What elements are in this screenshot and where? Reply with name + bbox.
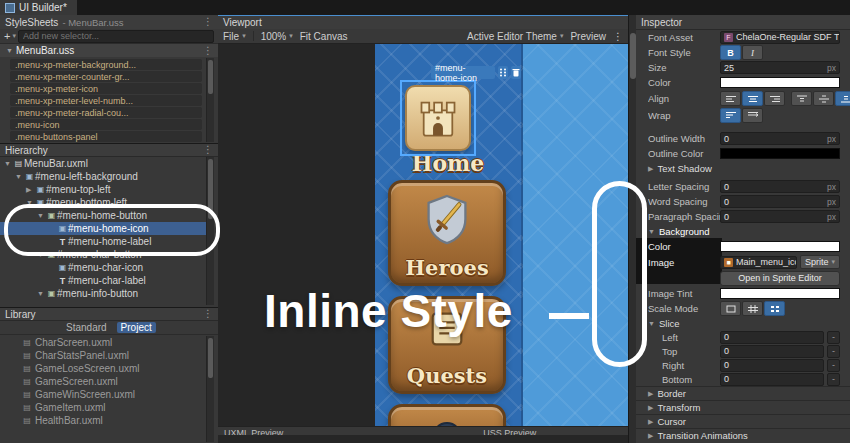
align-left-toggle[interactable] — [720, 91, 741, 106]
expander-icon[interactable]: ▼ — [37, 212, 46, 219]
hierarchy-item[interactable]: ▼▣#menu-bottom-left — [0, 196, 206, 209]
library-item[interactable]: ▤GameItem.uxml — [0, 401, 206, 414]
text-shadow-foldout[interactable]: ▶ Text Shadow — [636, 161, 850, 176]
expander-icon[interactable]: ▼ — [37, 251, 46, 258]
hierarchy-item[interactable]: ▼▣#menu-info-button — [0, 287, 206, 300]
file-menu-button[interactable]: File▾ — [223, 31, 246, 42]
stylesheets-menu-icon[interactable]: ⋮ — [203, 17, 213, 27]
hierarchy-item[interactable]: ▶▣#menu-top-left — [0, 183, 206, 196]
outline-width-field[interactable]: 0 px — [720, 132, 840, 145]
hierarchy-item[interactable]: ▣#menu-home-icon — [0, 222, 206, 235]
font-asset-field[interactable]: F ChelaOne-Regular SDF T (F ⊙ — [720, 31, 840, 44]
background-color-swatch[interactable] — [720, 241, 840, 252]
image-object-field[interactable]: ■ Main_menu_icor ⊙ — [720, 256, 797, 269]
slice-bottom-field[interactable]: 0 — [720, 373, 824, 386]
stepper-button[interactable]: - — [827, 373, 840, 386]
slice-left-field[interactable]: 0 — [720, 331, 824, 344]
preview-toggle[interactable]: Preview — [570, 31, 606, 42]
viewport-menu-icon[interactable]: ⋮ — [613, 31, 623, 42]
font-color-swatch[interactable] — [720, 77, 840, 88]
open-sprite-editor-button[interactable]: Open in Sprite Editor — [720, 271, 840, 286]
uss-file-row[interactable]: ▼ MenuBar.uss ⋮ — [0, 44, 218, 57]
uss-selector[interactable]: .menu-buttons-panel — [10, 131, 202, 142]
uss-file-menu-icon[interactable]: ⋮ — [203, 45, 213, 56]
hierarchy-item[interactable]: T#menu-char-label — [0, 274, 206, 287]
expander-icon[interactable]: ▼ — [6, 47, 13, 54]
uxml-preview-label[interactable]: UXML Preview — [224, 428, 283, 435]
expander-icon[interactable]: ▶ — [26, 186, 35, 194]
hierarchy-item[interactable]: ▣#menu-char-icon — [0, 261, 206, 274]
add-selector-input[interactable] — [18, 30, 214, 43]
selected-element-chip[interactable]: #menu-home-icon — [431, 66, 495, 79]
stepper-button[interactable]: - — [827, 331, 840, 344]
foldout-transition-animations[interactable]: ▶Transition Animations — [636, 428, 850, 442]
unit-dropdown[interactable]: px — [823, 197, 836, 207]
uss-selector[interactable]: .menu-xp-meter-level-numb... — [10, 95, 202, 106]
stepper-button[interactable]: - — [827, 359, 840, 372]
editor-theme-dropdown[interactable]: Active Editor Theme▾ — [467, 31, 563, 42]
foldout-transform[interactable]: ▶Transform — [636, 400, 850, 414]
stylesheets-scrollbar[interactable] — [206, 58, 214, 142]
slice-top-field[interactable]: 0 — [720, 345, 824, 358]
expander-icon[interactable]: ▼ — [4, 160, 13, 167]
hierarchy-item[interactable]: ▼▣#menu-home-button — [0, 209, 206, 222]
library-item[interactable]: ▤GameLoseScreen.uxml — [0, 362, 206, 375]
uss-selector[interactable]: .menu-xp-meter-radial-cou... — [10, 107, 202, 118]
word-spacing-field[interactable]: 0 px — [720, 195, 840, 208]
slice-foldout[interactable]: ▼ Slice — [636, 316, 850, 330]
align-right-toggle[interactable] — [764, 91, 785, 106]
stepper-button[interactable]: - — [827, 345, 840, 358]
font-size-field[interactable]: 25 px — [720, 61, 840, 74]
hierarchy-item[interactable]: ▼▣#menu-left-background — [0, 170, 206, 183]
unit-dropdown[interactable]: px — [823, 63, 836, 73]
uss-selector[interactable]: .menu-icon — [10, 119, 202, 130]
library-item[interactable]: ▤CharScreen.uxml — [0, 336, 206, 349]
tab-standard[interactable]: Standard — [62, 322, 111, 333]
library-item[interactable]: ▤CharStatsPanel.uxml — [0, 349, 206, 362]
expander-icon[interactable]: ▶ — [648, 418, 653, 426]
letter-spacing-field[interactable]: 0 px — [720, 180, 840, 193]
library-scrollbar[interactable] — [206, 336, 214, 442]
unit-dropdown[interactable]: px — [823, 182, 836, 192]
uss-selector[interactable]: .menu-xp-meter-counter-gr... — [10, 71, 202, 82]
outline-color-swatch[interactable] — [720, 148, 840, 159]
foldout-cursor[interactable]: ▶Cursor — [636, 414, 850, 428]
uss-selector[interactable]: .menu-xp-meter-icon — [10, 83, 202, 94]
bold-toggle[interactable]: B — [720, 45, 741, 60]
background-foldout[interactable]: ▼ Background — [636, 224, 850, 239]
fit-canvas-button[interactable]: Fit Canvas — [300, 31, 348, 42]
expander-icon[interactable]: ▼ — [648, 320, 655, 327]
paragraph-spacing-field[interactable]: 0 px — [720, 210, 840, 223]
library-item[interactable]: ▤GameScreen.uxml — [0, 375, 206, 388]
align-center-toggle[interactable] — [742, 91, 763, 106]
add-selector-button[interactable]: + — [4, 31, 10, 42]
hierarchy-menu-icon[interactable]: ⋮ — [203, 145, 213, 155]
align-middle-toggle[interactable] — [813, 91, 834, 106]
image-tint-swatch[interactable] — [720, 288, 840, 299]
image-type-dropdown[interactable]: Sprite▾ — [800, 255, 840, 269]
heroes-button[interactable]: Heroes — [388, 180, 506, 286]
expander-icon[interactable]: ▼ — [26, 199, 35, 206]
tab-project[interactable]: Project — [117, 322, 156, 333]
scale-stretch-toggle[interactable] — [720, 301, 741, 316]
uss-preview-label[interactable]: USS Preview — [483, 428, 536, 435]
library-item[interactable]: ▤GameWinScreen.uxml — [0, 388, 206, 401]
scale-slice-toggle[interactable] — [742, 301, 763, 316]
hierarchy-item[interactable]: T#menu-home-label — [0, 235, 206, 248]
expander-icon[interactable]: ▶ — [648, 404, 653, 412]
game-canvas[interactable]: #menu-home-icon — [375, 44, 628, 435]
unit-dropdown[interactable]: px — [823, 212, 836, 222]
library-item[interactable]: ▤HealthBar.uxml — [0, 414, 206, 427]
move-handle-chip[interactable] — [498, 66, 508, 79]
uss-selector[interactable]: .menu-xp-meter-background... — [10, 59, 202, 70]
unit-dropdown[interactable]: px — [823, 134, 836, 144]
scale-tile-toggle[interactable] — [764, 301, 785, 316]
expander-icon[interactable]: ▶ — [648, 390, 653, 398]
add-selector-dropdown-icon[interactable]: ▾ — [12, 32, 16, 40]
hierarchy-item[interactable]: ▼▣#menu-char-button — [0, 248, 206, 261]
zoom-dropdown[interactable]: 100%▾ — [261, 31, 293, 42]
expander-icon[interactable]: ▼ — [648, 228, 655, 235]
align-bottom-toggle[interactable] — [835, 91, 850, 106]
wrap-on-toggle[interactable] — [720, 108, 741, 123]
expander-icon[interactable]: ▼ — [37, 290, 46, 297]
